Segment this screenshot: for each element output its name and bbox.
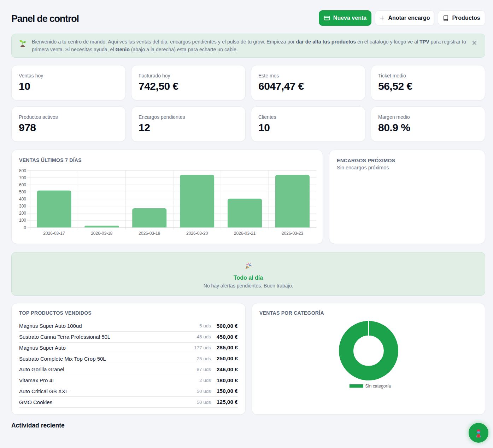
svg-text:300: 300 — [19, 204, 26, 209]
svg-text:200: 200 — [19, 211, 26, 216]
svg-text:2026-03-18: 2026-03-18 — [91, 231, 113, 236]
svg-text:500: 500 — [19, 190, 26, 194]
svg-text:0: 0 — [24, 225, 26, 230]
svg-text:700: 700 — [19, 175, 26, 180]
svg-text:100: 100 — [19, 218, 26, 223]
svg-text:2026-03-21: 2026-03-21 — [234, 231, 256, 236]
svg-text:2026-03-19: 2026-03-19 — [139, 231, 160, 236]
svg-text:2026-03-23: 2026-03-23 — [282, 231, 304, 236]
svg-text:600: 600 — [19, 182, 26, 187]
svg-text:2026-03-20: 2026-03-20 — [186, 231, 208, 236]
svg-text:2026-03-17: 2026-03-17 — [43, 231, 65, 236]
svg-text:Sin categoría: Sin categoría — [365, 384, 391, 389]
svg-text:800: 800 — [19, 168, 26, 173]
svg-text:400: 400 — [19, 197, 26, 202]
